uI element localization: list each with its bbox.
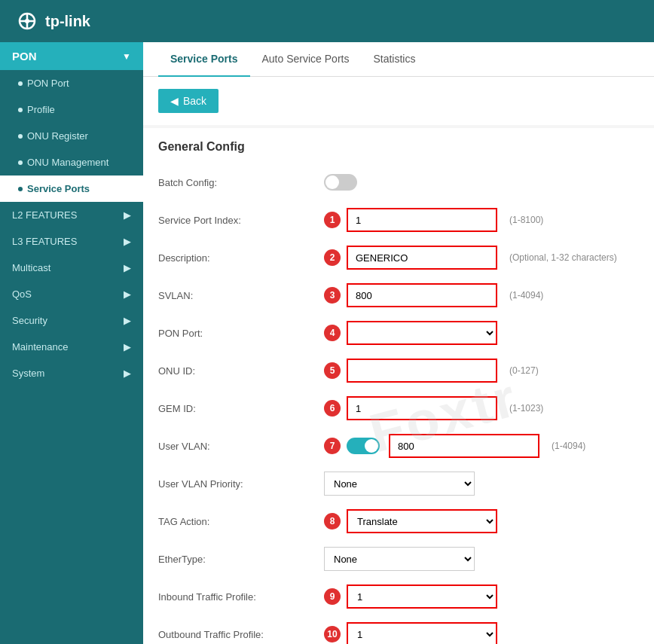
- sidebar-item-profile[interactable]: Profile: [0, 96, 143, 123]
- chevron-down-icon: ▼: [122, 51, 131, 62]
- sidebar: PON ▼ PON Port Profile ONU Register ONU …: [0, 42, 143, 644]
- chevron-right-icon: ▶: [124, 262, 131, 273]
- field-control-inbound-traffic-profile: 9 123: [324, 584, 639, 609]
- sidebar-pon-section[interactable]: PON ▼: [0, 42, 143, 70]
- field-label-onu-id: ONU ID:: [158, 365, 324, 377]
- sidebar-group-label: Maintenance: [12, 341, 68, 353]
- tab-label: Service Ports: [170, 53, 238, 65]
- sidebar-group-label: L2 FEATURES: [12, 209, 77, 221]
- logo-icon: [15, 9, 39, 33]
- sidebar-group-label: Multicast: [12, 262, 50, 273]
- main-content: Service Ports Auto Service Ports Statist…: [143, 42, 654, 644]
- sidebar-item-pon-port[interactable]: PON Port: [0, 70, 143, 96]
- sidebar-item-label: PON Port: [27, 78, 69, 89]
- sidebar-item-onu-management[interactable]: ONU Management: [0, 149, 143, 175]
- field-label-gem-id: GEM ID:: [158, 403, 324, 414]
- chevron-right-icon: ▶: [124, 288, 131, 300]
- user-vlan-hint: (1-4094): [552, 441, 585, 451]
- chevron-right-icon: ▶: [124, 341, 131, 353]
- form-row-user-vlan: User VLAN: 7 (1-4094): [158, 432, 639, 459]
- sidebar-item-label: ONU Management: [27, 157, 108, 168]
- svlan-input[interactable]: [347, 283, 497, 307]
- sidebar-item-label: Service Ports: [27, 183, 90, 194]
- step-badge-6: 6: [324, 400, 341, 417]
- chevron-right-icon: ▶: [124, 368, 131, 379]
- onu-id-hint: (0-127): [509, 365, 539, 376]
- field-label-description: Description:: [158, 252, 324, 264]
- form-row-pon-port: PON Port: 4 1234 5678: [158, 319, 639, 346]
- pon-port-select[interactable]: 1234 5678: [347, 321, 497, 345]
- user-vlan-input[interactable]: [389, 434, 539, 458]
- sidebar-item-multicast[interactable]: Multicast ▶: [0, 255, 143, 281]
- sidebar-item-label: Profile: [27, 104, 55, 115]
- logo-label: tp-link: [45, 13, 90, 30]
- chevron-right-icon: ▶: [124, 315, 131, 326]
- form-row-inbound-traffic-profile: Inbound Traffic Profile: 9 123: [158, 583, 639, 610]
- form-section: General Config Batch Config: Service P: [143, 128, 654, 644]
- svlan-hint: (1-4094): [509, 290, 543, 301]
- gem-id-input[interactable]: [347, 396, 497, 420]
- form-row-onu-id: ONU ID: 5 (0-127): [158, 357, 639, 384]
- field-control-pon-port: 4 1234 5678: [324, 321, 639, 345]
- outbound-traffic-profile-select[interactable]: 123: [347, 622, 497, 644]
- step-badge-10: 10: [324, 626, 341, 642]
- sidebar-item-system[interactable]: System ▶: [0, 360, 143, 386]
- tab-bar: Service Ports Auto Service Ports Statist…: [143, 42, 654, 77]
- sidebar-item-service-ports[interactable]: Service Ports: [0, 175, 143, 202]
- step-badge-4: 4: [324, 325, 341, 341]
- back-button-label: Back: [183, 95, 206, 107]
- back-button[interactable]: ◀ Back: [158, 89, 219, 113]
- sidebar-item-maintenance[interactable]: Maintenance ▶: [0, 334, 143, 360]
- tag-action-select[interactable]: Translate Add Remove None: [347, 509, 497, 533]
- field-label-inbound-traffic-profile: Inbound Traffic Profile:: [158, 591, 324, 603]
- field-control-gem-id: 6 (1-1023): [324, 396, 639, 420]
- field-label-pon-port: PON Port:: [158, 328, 324, 339]
- dot-icon: [18, 187, 23, 191]
- field-label-service-port-index: Service Port Index:: [158, 215, 324, 226]
- form-row-description: Description: 2 (Optional, 1-32 character…: [158, 244, 639, 271]
- field-label-batch-config: Batch Config:: [158, 177, 324, 188]
- form-row-tag-action: TAG Action: 8 Translate Add Remove None: [158, 508, 639, 535]
- field-control-user-vlan: 7 (1-4094): [324, 434, 639, 458]
- tab-auto-service-ports[interactable]: Auto Service Ports: [250, 42, 362, 77]
- dot-icon: [18, 160, 23, 165]
- sidebar-item-qos[interactable]: QoS ▶: [0, 281, 143, 307]
- field-control-user-vlan-priority: None: [324, 472, 639, 496]
- field-control-description: 2 (Optional, 1-32 characters): [324, 246, 639, 270]
- sidebar-item-l3-features[interactable]: L3 FEATURES ▶: [0, 228, 143, 255]
- service-port-index-hint: (1-8100): [509, 215, 543, 225]
- field-label-user-vlan: User VLAN:: [158, 441, 324, 452]
- step-badge-8: 8: [324, 513, 341, 530]
- onu-id-input[interactable]: [347, 359, 497, 383]
- user-vlan-toggle[interactable]: [347, 438, 380, 454]
- sidebar-item-onu-register[interactable]: ONU Register: [0, 123, 143, 149]
- field-label-svlan: SVLAN:: [158, 290, 324, 301]
- form-title: General Config: [158, 140, 639, 154]
- field-label-ethertype: EtherType:: [158, 554, 324, 565]
- dot-icon: [18, 134, 23, 139]
- batch-config-toggle[interactable]: [324, 174, 357, 191]
- form-row-service-port-index: Service Port Index: 1 (1-8100): [158, 206, 639, 233]
- field-control-batch-config: [324, 174, 639, 191]
- inbound-traffic-profile-select[interactable]: 123: [347, 584, 497, 609]
- back-arrow-icon: ◀: [170, 95, 179, 107]
- chevron-right-icon: ▶: [124, 236, 131, 247]
- tab-statistics[interactable]: Statistics: [361, 42, 427, 77]
- sidebar-item-l2-features[interactable]: L2 FEATURES ▶: [0, 202, 143, 228]
- user-vlan-priority-select[interactable]: None: [324, 472, 475, 496]
- tab-label: Auto Service Ports: [262, 53, 350, 65]
- sidebar-item-security[interactable]: Security ▶: [0, 307, 143, 334]
- description-input[interactable]: [347, 246, 497, 270]
- logo: tp-link: [15, 9, 90, 33]
- step-badge-1: 1: [324, 212, 341, 228]
- field-label-outbound-traffic-profile: Outbound Traffic Profile:: [158, 629, 324, 640]
- ethertype-select[interactable]: None: [324, 547, 475, 571]
- service-port-index-input[interactable]: [347, 208, 497, 232]
- tab-service-ports[interactable]: Service Ports: [158, 42, 250, 77]
- step-badge-3: 3: [324, 287, 341, 304]
- field-control-outbound-traffic-profile: 10 123: [324, 622, 639, 644]
- gem-id-hint: (1-1023): [509, 403, 543, 414]
- back-section: ◀ Back: [143, 77, 654, 125]
- form-row-user-vlan-priority: User VLAN Priority: None: [158, 470, 639, 497]
- field-label-tag-action: TAG Action:: [158, 516, 324, 527]
